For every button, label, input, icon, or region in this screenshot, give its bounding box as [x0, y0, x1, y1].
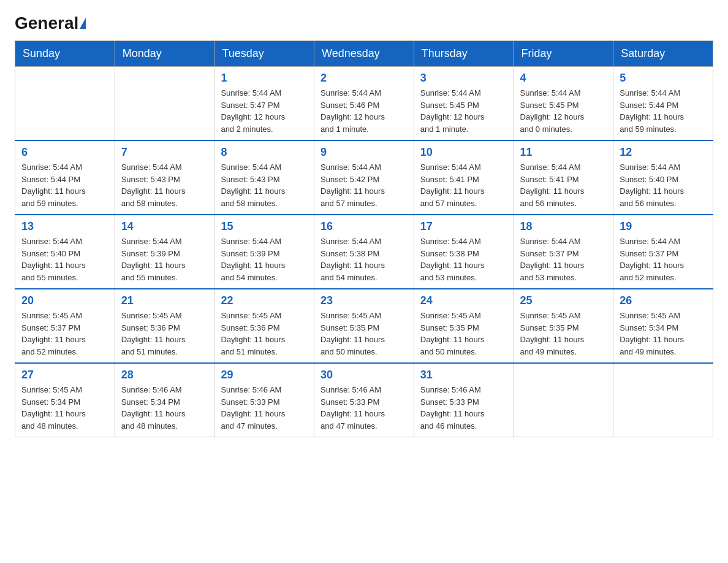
calendar-cell: 4Sunrise: 5:44 AM Sunset: 5:45 PM Daylig… — [514, 67, 613, 141]
day-info: Sunrise: 5:44 AM Sunset: 5:44 PM Dayligh… — [620, 87, 707, 135]
calendar-cell: 15Sunrise: 5:44 AM Sunset: 5:39 PM Dayli… — [214, 215, 314, 289]
day-number: 24 — [420, 294, 507, 307]
calendar-cell: 30Sunrise: 5:46 AM Sunset: 5:33 PM Dayli… — [314, 363, 414, 437]
day-info: Sunrise: 5:46 AM Sunset: 5:34 PM Dayligh… — [121, 384, 208, 432]
day-number: 27 — [21, 369, 108, 381]
day-number: 23 — [320, 294, 408, 307]
day-number: 13 — [21, 220, 108, 233]
calendar-week-row: 13Sunrise: 5:44 AM Sunset: 5:40 PM Dayli… — [15, 215, 713, 289]
logo: General — [15, 15, 86, 31]
day-number: 9 — [320, 146, 408, 159]
calendar-cell: 20Sunrise: 5:45 AM Sunset: 5:37 PM Dayli… — [15, 289, 115, 363]
calendar-cell: 22Sunrise: 5:45 AM Sunset: 5:36 PM Dayli… — [214, 289, 314, 363]
calendar-cell: 28Sunrise: 5:46 AM Sunset: 5:34 PM Dayli… — [115, 363, 214, 437]
calendar-cell: 27Sunrise: 5:45 AM Sunset: 5:34 PM Dayli… — [15, 363, 115, 437]
logo-text-general: General — [15, 15, 78, 32]
calendar-cell: 17Sunrise: 5:44 AM Sunset: 5:38 PM Dayli… — [414, 215, 514, 289]
calendar-cell: 23Sunrise: 5:45 AM Sunset: 5:35 PM Dayli… — [314, 289, 414, 363]
calendar-cell — [613, 363, 713, 437]
calendar-cell: 18Sunrise: 5:44 AM Sunset: 5:37 PM Dayli… — [514, 215, 613, 289]
calendar-cell: 24Sunrise: 5:45 AM Sunset: 5:35 PM Dayli… — [414, 289, 514, 363]
day-number: 26 — [620, 294, 707, 307]
day-number: 19 — [620, 220, 707, 233]
day-info: Sunrise: 5:44 AM Sunset: 5:39 PM Dayligh… — [121, 236, 208, 283]
day-info: Sunrise: 5:45 AM Sunset: 5:34 PM Dayligh… — [620, 310, 707, 358]
day-info: Sunrise: 5:44 AM Sunset: 5:45 PM Dayligh… — [420, 87, 507, 135]
day-info: Sunrise: 5:44 AM Sunset: 5:45 PM Dayligh… — [520, 87, 607, 135]
day-number: 2 — [320, 72, 408, 85]
day-number: 6 — [21, 146, 108, 159]
day-info: Sunrise: 5:44 AM Sunset: 5:43 PM Dayligh… — [121, 161, 208, 209]
calendar-cell — [115, 67, 214, 141]
calendar-week-row: 6Sunrise: 5:44 AM Sunset: 5:44 PM Daylig… — [15, 140, 713, 215]
day-info: Sunrise: 5:45 AM Sunset: 5:35 PM Dayligh… — [420, 310, 507, 358]
day-info: Sunrise: 5:44 AM Sunset: 5:38 PM Dayligh… — [320, 236, 408, 283]
day-number: 4 — [520, 72, 607, 85]
day-number: 7 — [121, 146, 208, 159]
calendar-cell: 8Sunrise: 5:44 AM Sunset: 5:43 PM Daylig… — [214, 140, 314, 215]
calendar-cell: 11Sunrise: 5:44 AM Sunset: 5:41 PM Dayli… — [514, 140, 613, 215]
calendar-cell: 6Sunrise: 5:44 AM Sunset: 5:44 PM Daylig… — [15, 140, 115, 215]
day-number: 8 — [221, 146, 308, 159]
day-number: 30 — [320, 369, 408, 381]
day-info: Sunrise: 5:44 AM Sunset: 5:40 PM Dayligh… — [21, 236, 108, 283]
calendar-week-row: 1Sunrise: 5:44 AM Sunset: 5:47 PM Daylig… — [15, 67, 713, 141]
day-info: Sunrise: 5:45 AM Sunset: 5:36 PM Dayligh… — [121, 310, 208, 358]
day-number: 16 — [320, 220, 408, 233]
calendar-cell: 19Sunrise: 5:44 AM Sunset: 5:37 PM Dayli… — [613, 215, 713, 289]
calendar-cell: 25Sunrise: 5:45 AM Sunset: 5:35 PM Dayli… — [514, 289, 613, 363]
day-info: Sunrise: 5:44 AM Sunset: 5:46 PM Dayligh… — [320, 87, 408, 135]
day-info: Sunrise: 5:44 AM Sunset: 5:43 PM Dayligh… — [221, 161, 308, 209]
day-number: 12 — [620, 146, 707, 159]
day-number: 20 — [21, 294, 108, 307]
logo-triangle-icon — [80, 18, 86, 29]
day-number: 15 — [221, 220, 308, 233]
day-number: 22 — [221, 294, 308, 307]
calendar-cell: 2Sunrise: 5:44 AM Sunset: 5:46 PM Daylig… — [314, 67, 414, 141]
day-info: Sunrise: 5:44 AM Sunset: 5:42 PM Dayligh… — [320, 161, 408, 209]
day-number: 21 — [121, 294, 208, 307]
day-number: 3 — [420, 72, 507, 85]
day-number: 11 — [520, 146, 607, 159]
day-number: 31 — [420, 369, 507, 381]
day-number: 10 — [420, 146, 507, 159]
calendar-cell: 7Sunrise: 5:44 AM Sunset: 5:43 PM Daylig… — [115, 140, 214, 215]
day-info: Sunrise: 5:45 AM Sunset: 5:34 PM Dayligh… — [21, 384, 108, 432]
day-info: Sunrise: 5:44 AM Sunset: 5:41 PM Dayligh… — [520, 161, 607, 209]
day-number: 18 — [520, 220, 607, 233]
calendar-cell — [514, 363, 613, 437]
day-info: Sunrise: 5:45 AM Sunset: 5:35 PM Dayligh… — [520, 310, 607, 358]
page-header: General — [15, 15, 713, 31]
day-info: Sunrise: 5:45 AM Sunset: 5:35 PM Dayligh… — [320, 310, 408, 358]
weekday-header-sunday: Sunday — [15, 41, 115, 67]
day-number: 25 — [520, 294, 607, 307]
day-info: Sunrise: 5:46 AM Sunset: 5:33 PM Dayligh… — [320, 384, 408, 432]
day-number: 14 — [121, 220, 208, 233]
weekday-header-saturday: Saturday — [613, 41, 713, 67]
calendar-cell: 10Sunrise: 5:44 AM Sunset: 5:41 PM Dayli… — [414, 140, 514, 215]
calendar-cell: 3Sunrise: 5:44 AM Sunset: 5:45 PM Daylig… — [414, 67, 514, 141]
calendar-cell: 21Sunrise: 5:45 AM Sunset: 5:36 PM Dayli… — [115, 289, 214, 363]
day-info: Sunrise: 5:46 AM Sunset: 5:33 PM Dayligh… — [420, 384, 507, 432]
calendar-cell: 12Sunrise: 5:44 AM Sunset: 5:40 PM Dayli… — [613, 140, 713, 215]
weekday-header-thursday: Thursday — [414, 41, 514, 67]
day-number: 1 — [221, 72, 308, 85]
calendar-cell — [15, 67, 115, 141]
day-info: Sunrise: 5:44 AM Sunset: 5:39 PM Dayligh… — [221, 236, 308, 283]
weekday-header-monday: Monday — [115, 41, 214, 67]
calendar-cell: 14Sunrise: 5:44 AM Sunset: 5:39 PM Dayli… — [115, 215, 214, 289]
logo-general-line: General — [15, 15, 86, 32]
calendar-table: SundayMondayTuesdayWednesdayThursdayFrid… — [15, 40, 713, 437]
calendar-cell: 1Sunrise: 5:44 AM Sunset: 5:47 PM Daylig… — [214, 67, 314, 141]
weekday-header-wednesday: Wednesday — [314, 41, 414, 67]
calendar-cell: 29Sunrise: 5:46 AM Sunset: 5:33 PM Dayli… — [214, 363, 314, 437]
calendar-cell: 13Sunrise: 5:44 AM Sunset: 5:40 PM Dayli… — [15, 215, 115, 289]
day-info: Sunrise: 5:45 AM Sunset: 5:37 PM Dayligh… — [21, 310, 108, 358]
weekday-header-tuesday: Tuesday — [214, 41, 314, 67]
calendar-week-row: 27Sunrise: 5:45 AM Sunset: 5:34 PM Dayli… — [15, 363, 713, 437]
day-number: 29 — [221, 369, 308, 381]
weekday-header-friday: Friday — [514, 41, 613, 67]
day-info: Sunrise: 5:44 AM Sunset: 5:44 PM Dayligh… — [21, 161, 108, 209]
calendar-cell: 5Sunrise: 5:44 AM Sunset: 5:44 PM Daylig… — [613, 67, 713, 141]
calendar-cell: 31Sunrise: 5:46 AM Sunset: 5:33 PM Dayli… — [414, 363, 514, 437]
